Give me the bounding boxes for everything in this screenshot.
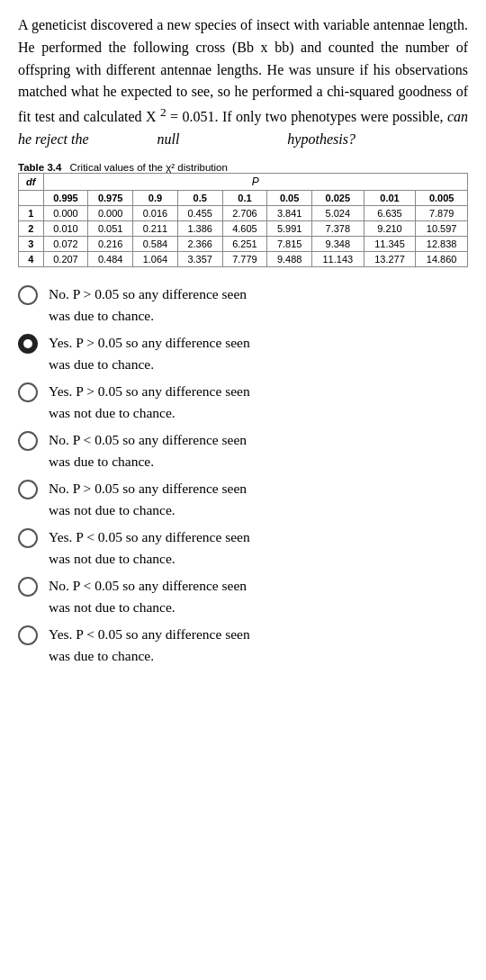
table-cell: 0.051 [88, 221, 133, 237]
table-cell: 0.016 [133, 206, 178, 221]
option-text-5: No. P > 0.05 so any difference seenwas n… [49, 478, 468, 521]
table-cell: 2.706 [222, 206, 267, 221]
option-2[interactable]: Yes. P > 0.05 so any difference seenwas … [18, 332, 468, 375]
col-005: 0.05 [267, 191, 312, 206]
radio-7[interactable] [18, 577, 38, 597]
table-cell: 10.597 [416, 221, 468, 237]
col-09: 0.9 [133, 191, 178, 206]
table-cell: 11.143 [312, 252, 364, 267]
table-cell: 1.064 [133, 252, 178, 267]
table-cell: 3.357 [177, 252, 222, 267]
chi-squared-table: Table 3.4 Critical values of the χ² dist… [18, 162, 468, 267]
table-cell: 0.010 [43, 221, 88, 237]
radio-2[interactable] [18, 334, 38, 354]
answer-options: No. P > 0.05 so any difference seenwas d… [18, 283, 468, 667]
radio-5[interactable] [18, 480, 38, 499]
table-cell: 9.348 [312, 237, 364, 252]
table-cell: 7.779 [222, 252, 267, 267]
table-subtitle: Critical values of the χ² distribution [69, 162, 227, 173]
option-text-7: No. P < 0.05 so any difference seenwas n… [49, 575, 468, 618]
table-cell: 9.488 [267, 252, 312, 267]
table-cell: 2.366 [177, 237, 222, 252]
option-1[interactable]: No. P > 0.05 so any difference seenwas d… [18, 283, 468, 327]
table-cell: 7.815 [267, 237, 312, 252]
table-cell: 1.386 [177, 221, 222, 237]
table-cell: 6.251 [222, 237, 267, 252]
table-cell: 13.277 [364, 252, 416, 267]
table-cell: 0.000 [43, 206, 88, 221]
option-text-1: No. P > 0.05 so any difference seenwas d… [49, 283, 468, 327]
col-0005: 0.005 [416, 191, 468, 206]
table-cell: 4.605 [222, 221, 267, 237]
table-cell: 6.635 [364, 206, 416, 221]
table-cell: 14.860 [416, 252, 468, 267]
table-cell: 0.216 [88, 237, 133, 252]
option-text-6: Yes. P < 0.05 so any difference seenwas … [49, 526, 468, 570]
option-7[interactable]: No. P < 0.05 so any difference seenwas n… [18, 575, 468, 618]
option-4[interactable]: No. P < 0.05 so any difference seenwas d… [18, 429, 468, 472]
col-0975: 0.975 [88, 191, 133, 206]
df-value: 3 [19, 237, 44, 252]
col-01: 0.1 [222, 191, 267, 206]
table-cell: 12.838 [416, 237, 468, 252]
radio-4[interactable] [18, 431, 38, 451]
question-paragraph: A geneticist discovered a new species of… [18, 14, 468, 151]
table-cell: 0.207 [43, 252, 88, 267]
col-05: 0.5 [177, 191, 222, 206]
table-cell: 9.210 [364, 221, 416, 237]
table-cell: 3.841 [267, 206, 312, 221]
col-001: 0.01 [364, 191, 416, 206]
df-value: 1 [19, 206, 44, 221]
option-8[interactable]: Yes. P < 0.05 so any difference seenwas … [18, 624, 468, 667]
radio-1[interactable] [18, 285, 38, 305]
option-5[interactable]: No. P > 0.05 so any difference seenwas n… [18, 478, 468, 521]
radio-6[interactable] [18, 528, 38, 548]
table-cell: 0.211 [133, 221, 178, 237]
option-text-8: Yes. P < 0.05 so any difference seenwas … [49, 624, 468, 667]
table-cell: 0.072 [43, 237, 88, 252]
df-value: 4 [19, 252, 44, 267]
df-header: df [19, 174, 44, 191]
df-value: 2 [19, 221, 44, 237]
table-cell: 0.584 [133, 237, 178, 252]
table-cell: 7.879 [416, 206, 468, 221]
table-cell: 0.484 [88, 252, 133, 267]
option-6[interactable]: Yes. P < 0.05 so any difference seenwas … [18, 526, 468, 570]
radio-3[interactable] [18, 382, 38, 402]
table-cell: 5.024 [312, 206, 364, 221]
p-header: P [43, 174, 467, 191]
radio-8[interactable] [18, 625, 38, 645]
table-cell: 0.455 [177, 206, 222, 221]
option-3[interactable]: Yes. P > 0.05 so any difference seenwas … [18, 381, 468, 424]
col-0025: 0.025 [312, 191, 364, 206]
option-text-3: Yes. P > 0.05 so any difference seenwas … [49, 381, 468, 424]
option-text-2: Yes. P > 0.05 so any difference seenwas … [49, 332, 468, 375]
table-cell: 7.378 [312, 221, 364, 237]
option-text-4: No. P < 0.05 so any difference seenwas d… [49, 429, 468, 472]
table-cell: 5.991 [267, 221, 312, 237]
table-cell: 11.345 [364, 237, 416, 252]
table-number: Table 3.4 [18, 162, 61, 173]
col-0995: 0.995 [43, 191, 88, 206]
table-cell: 0.000 [88, 206, 133, 221]
